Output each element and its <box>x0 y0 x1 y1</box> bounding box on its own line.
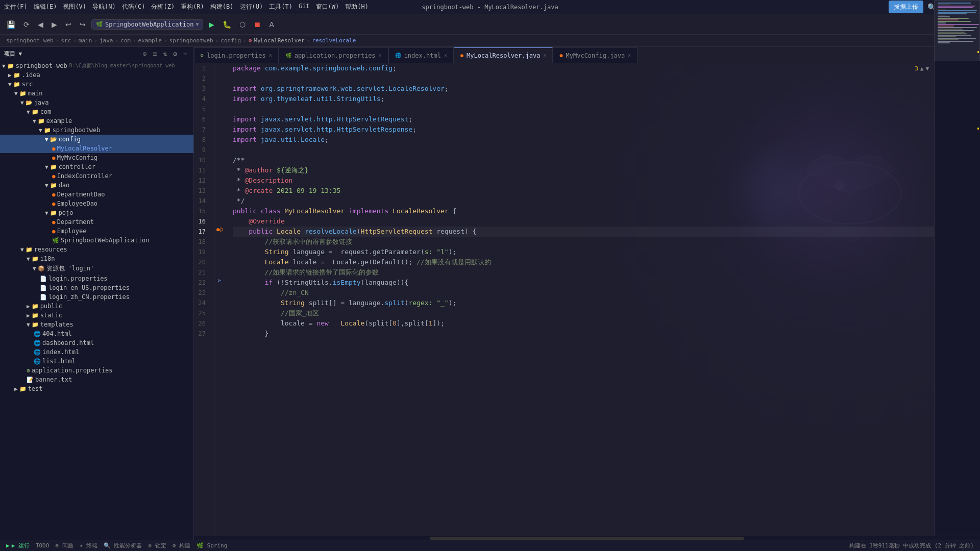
tree-item-config[interactable]: ▼ 📂 config <box>0 135 193 144</box>
save-all-button[interactable]: 💾 <box>4 19 18 30</box>
breadcrumb-method[interactable]: resolveLocale <box>312 37 356 44</box>
tree-item-mylocalresolver[interactable]: ● MyLocalResolver <box>0 144 193 153</box>
tree-item-mymvcconfig[interactable]: ● MyMvcConfig <box>0 153 193 162</box>
undo-button[interactable]: ↩ <box>63 19 74 30</box>
tree-item-404[interactable]: 🌐 404.html <box>0 329 193 338</box>
todo-tab[interactable]: TODO <box>36 542 50 549</box>
tree-item-employeedao[interactable]: ● EmployeeDao <box>0 199 193 208</box>
warning-up-icon[interactable]: ▲ <box>920 65 924 72</box>
tree-item-templates[interactable]: ▼ 📁 templates <box>0 320 193 329</box>
tree-item-list-html[interactable]: 🌐 list.html <box>0 357 193 366</box>
gutter-fold-icon[interactable]: ⊳ <box>214 278 225 288</box>
project-selector[interactable]: 🌿 SpringbootWebApplication ▼ <box>91 19 203 30</box>
redo-button[interactable]: ↪ <box>77 19 88 30</box>
tree-item-banner[interactable]: 📝 banner.txt <box>0 375 193 384</box>
menu-refactor[interactable]: 重构(R) <box>181 3 204 11</box>
tree-item-departmentdao[interactable]: ● DepartmentDao <box>0 190 193 199</box>
tree-item-root[interactable]: ▼ 📁 springboot-web D:\C桌面\blog-master\sp… <box>0 61 193 70</box>
project-label[interactable]: 项目 ▼ <box>4 50 22 58</box>
tab-application-properties[interactable]: 🌿 application.properties × <box>279 47 388 63</box>
tree-item-dashboard[interactable]: 🌐 dashboard.html <box>0 338 193 347</box>
tree-item-controller[interactable]: ▼ 📁 controller <box>0 162 193 171</box>
scrollbar-thumb[interactable] <box>430 537 744 540</box>
tree-item-indexcontroller[interactable]: ● IndexController <box>0 171 193 181</box>
breadcrumb-config[interactable]: config <box>220 37 241 44</box>
tree-item-java[interactable]: ▼ 📂 java <box>0 98 193 107</box>
menu-tools[interactable]: 工具(T) <box>269 3 292 11</box>
breadcrumb-com[interactable]: com <box>120 37 131 44</box>
menu-navigate[interactable]: 导航(N) <box>92 3 116 11</box>
breakpoints-tab[interactable]: ⊗ 锁定 <box>149 542 166 549</box>
menu-git[interactable]: Git <box>299 3 310 11</box>
minimap-viewport[interactable] <box>935 0 980 61</box>
tree-item-test[interactable]: ▶ 📁 test <box>0 384 193 393</box>
forward-button[interactable]: ▶ <box>49 19 60 30</box>
translate-button[interactable]: A <box>266 19 276 30</box>
tree-item-main[interactable]: ▼ 📁 main <box>0 89 193 98</box>
horizontal-scrollbar[interactable] <box>194 536 980 540</box>
breadcrumb-main[interactable]: main <box>79 37 92 44</box>
tree-item-springbootwebapp[interactable]: 🌿 SpringbootWebApplication <box>0 236 193 245</box>
spring-tab[interactable]: 🌿 Spring <box>197 542 227 549</box>
perf-tab[interactable]: 🔍 性能分析器 <box>104 542 142 549</box>
sidebar-collapse-icon[interactable]: ≡ <box>151 49 159 59</box>
tree-item-appprops[interactable]: ⚙ application.properties <box>0 366 193 375</box>
breadcrumb-example[interactable]: example <box>138 37 162 44</box>
terminal-tab[interactable]: ✦ 终端 <box>80 542 97 549</box>
sidebar-locate-icon[interactable]: ⊙ <box>141 49 149 59</box>
breadcrumb-java[interactable]: java <box>100 37 113 44</box>
tree-item-resources[interactable]: ▼ 📁 resources <box>0 245 193 254</box>
code-editor[interactable]: package com.example.springbootweb.config… <box>225 63 980 536</box>
run-config-button[interactable]: ▶ <box>206 19 217 30</box>
breadcrumb-class[interactable]: MyLocalResolver <box>254 37 304 44</box>
sync-button[interactable]: ⟳ <box>21 19 32 30</box>
gutter-breakpoint-indicator[interactable]: ●@ <box>214 227 225 237</box>
menu-help[interactable]: 帮助(H) <box>345 3 369 11</box>
menu-window[interactable]: 窗口(W) <box>316 3 339 11</box>
menu-view[interactable]: 视图(V) <box>63 3 86 11</box>
tab-mylocalresolver[interactable]: ● MyLocalResolver.java × <box>454 47 553 63</box>
tree-item-i18n[interactable]: ▼ 📁 i18n <box>0 254 193 263</box>
sidebar-sort-icon[interactable]: ⇅ <box>161 49 169 59</box>
build-tab[interactable]: ⚙ 构建 <box>173 542 190 549</box>
tree-item-index-html[interactable]: 🌐 index.html <box>0 347 193 357</box>
sidebar-settings-icon[interactable]: ⚙ <box>171 49 179 59</box>
menu-run[interactable]: 运行(U) <box>240 3 263 11</box>
close-tab-icon[interactable]: × <box>628 53 631 58</box>
tree-item-springbootweb[interactable]: ▼ 📁 springbootweb <box>0 126 193 135</box>
warning-down-icon[interactable]: ▼ <box>925 65 929 72</box>
menu-edit[interactable]: 编辑(E) <box>34 3 57 11</box>
problems-tab[interactable]: ⊕ 问题 <box>55 542 73 549</box>
debug-button[interactable]: 🐛 <box>220 19 234 30</box>
run-tab[interactable]: ▶ ▶ 运行 <box>6 542 30 549</box>
tree-item-department[interactable]: ● Department <box>0 217 193 227</box>
back-button[interactable]: ◀ <box>35 19 46 30</box>
menu-file[interactable]: 文件(F) <box>4 3 28 11</box>
stop-button[interactable]: ⏹ <box>251 19 263 30</box>
tree-item-com[interactable]: ▼ 📁 com <box>0 107 193 116</box>
tree-item-public[interactable]: ▶ 📁 public <box>0 302 193 311</box>
editor-content[interactable]: 1 2 3 4 5 6 7 8 9 10 11 12 13 14 15 16 1 <box>194 63 980 536</box>
tree-item-login-zh[interactable]: 📄 login_zh_CN.properties <box>0 292 193 302</box>
breadcrumb-project[interactable]: springboot-web <box>6 37 54 44</box>
sidebar-close-icon[interactable]: − <box>181 49 189 59</box>
breadcrumb-src[interactable]: src <box>61 37 71 44</box>
upload-button[interactable]: 拔据上传 <box>889 1 923 13</box>
menu-code[interactable]: 代码(C) <box>122 3 145 11</box>
close-tab-icon[interactable]: × <box>444 53 447 58</box>
tree-item-dao[interactable]: ▼ 📁 dao <box>0 181 193 190</box>
tab-mymvcconfig[interactable]: ● MyMvcConfig.java × <box>553 47 638 63</box>
menu-bar[interactable]: 文件(F) 编辑(E) 视图(V) 导航(N) 代码(C) 分析(Z) 重构(R… <box>4 3 369 11</box>
tree-item-static[interactable]: ▶ 📁 static <box>0 311 193 320</box>
tab-index-html[interactable]: 🌐 index.html × <box>388 47 454 63</box>
tree-item-pojo[interactable]: ▼ 📁 pojo <box>0 208 193 217</box>
tree-item-idea[interactable]: ▶ 📁 .idea <box>0 70 193 80</box>
menu-build[interactable]: 构建(B) <box>210 3 234 11</box>
tree-item-login-pkg[interactable]: ▼ 📦 资源包 'login' <box>0 263 193 274</box>
menu-analyze[interactable]: 分析(Z) <box>151 3 175 11</box>
breadcrumb-springbootweb[interactable]: springbootweb <box>169 37 213 44</box>
coverage-button[interactable]: ⬡ <box>237 19 248 30</box>
tab-login-properties[interactable]: ⚙ login.properties × <box>194 47 279 63</box>
close-tab-icon[interactable]: × <box>269 53 272 58</box>
tree-item-login-props[interactable]: 📄 login.properties <box>0 274 193 283</box>
